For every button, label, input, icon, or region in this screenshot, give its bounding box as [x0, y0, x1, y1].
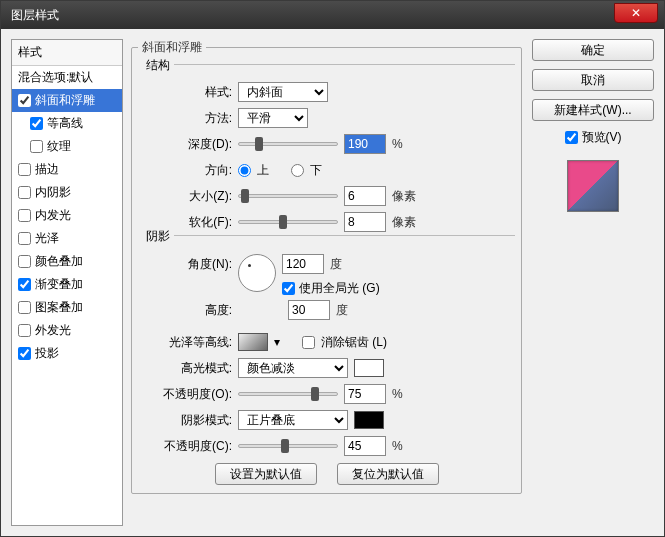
sidebar-item-checkbox[interactable]	[18, 324, 31, 337]
direction-down-radio[interactable]	[291, 164, 304, 177]
sidebar-item-checkbox[interactable]	[18, 186, 31, 199]
style-select[interactable]: 内斜面	[238, 82, 328, 102]
global-light-checkbox[interactable]	[282, 282, 295, 295]
angle-dial[interactable]	[238, 254, 276, 292]
panel-legend: 斜面和浮雕	[138, 39, 206, 56]
sidebar-item-1[interactable]: 等高线	[12, 112, 122, 135]
soften-slider[interactable]	[238, 220, 338, 224]
sidebar-item-checkbox[interactable]	[18, 94, 31, 107]
sidebar-item-7[interactable]: 颜色叠加	[12, 250, 122, 273]
make-default-button[interactable]: 设置为默认值	[215, 463, 317, 485]
soften-input[interactable]	[344, 212, 386, 232]
sidebar-item-label: 渐变叠加	[35, 276, 83, 293]
sidebar-item-label: 投影	[35, 345, 59, 362]
sidebar-item-checkbox[interactable]	[18, 255, 31, 268]
depth-label: 深度(D):	[146, 136, 232, 153]
shadow-color-swatch[interactable]	[354, 411, 384, 429]
sidebar-item-8[interactable]: 渐变叠加	[12, 273, 122, 296]
sidebar-item-4[interactable]: 内阴影	[12, 181, 122, 204]
sidebar-blend-options[interactable]: 混合选项:默认	[12, 66, 122, 89]
angle-label: 角度(N):	[146, 254, 232, 273]
preview-swatch	[567, 160, 619, 212]
cancel-button[interactable]: 取消	[532, 69, 654, 91]
sidebar-item-9[interactable]: 图案叠加	[12, 296, 122, 319]
technique-select[interactable]: 平滑	[238, 108, 308, 128]
highlight-color-swatch[interactable]	[354, 359, 384, 377]
gloss-contour-label: 光泽等高线:	[146, 334, 232, 351]
sidebar-item-checkbox[interactable]	[18, 347, 31, 360]
sidebar-item-label: 外发光	[35, 322, 71, 339]
highlight-mode-select[interactable]: 颜色减淡	[238, 358, 348, 378]
highlight-opacity-label: 不透明度(O):	[146, 386, 232, 403]
sidebar-item-label: 描边	[35, 161, 59, 178]
direction-up-radio[interactable]	[238, 164, 251, 177]
sidebar-heading: 样式	[12, 40, 122, 66]
sidebar-item-11[interactable]: 投影	[12, 342, 122, 365]
angle-input[interactable]	[282, 254, 324, 274]
sidebar-item-6[interactable]: 光泽	[12, 227, 122, 250]
sidebar-item-label: 光泽	[35, 230, 59, 247]
altitude-label: 高度:	[146, 302, 232, 319]
direction-label: 方向:	[146, 162, 232, 179]
shading-group-label: 阴影	[142, 228, 174, 245]
size-label: 大小(Z):	[146, 188, 232, 205]
sidebar-item-label: 纹理	[47, 138, 71, 155]
sidebar-item-0[interactable]: 斜面和浮雕	[12, 89, 122, 112]
titlebar[interactable]: 图层样式 ✕	[1, 1, 664, 29]
sidebar-item-10[interactable]: 外发光	[12, 319, 122, 342]
dialog-title: 图层样式	[11, 7, 614, 24]
shadow-opacity-input[interactable]	[344, 436, 386, 456]
close-button[interactable]: ✕	[614, 3, 658, 23]
reset-default-button[interactable]: 复位为默认值	[337, 463, 439, 485]
depth-slider[interactable]	[238, 142, 338, 146]
structure-group-label: 结构	[142, 57, 174, 74]
sidebar-item-checkbox[interactable]	[18, 232, 31, 245]
sidebar-item-2[interactable]: 纹理	[12, 135, 122, 158]
ok-button[interactable]: 确定	[532, 39, 654, 61]
size-slider[interactable]	[238, 194, 338, 198]
preview-checkbox[interactable]	[565, 131, 578, 144]
sidebar-item-checkbox[interactable]	[30, 117, 43, 130]
highlight-mode-label: 高光模式:	[146, 360, 232, 377]
sidebar-item-checkbox[interactable]	[18, 163, 31, 176]
highlight-opacity-input[interactable]	[344, 384, 386, 404]
sidebar-item-label: 内阴影	[35, 184, 71, 201]
shadow-opacity-slider[interactable]	[238, 444, 338, 448]
sidebar-item-label: 斜面和浮雕	[35, 92, 95, 109]
sidebar-item-checkbox[interactable]	[30, 140, 43, 153]
sidebar-item-checkbox[interactable]	[18, 301, 31, 314]
style-list: 样式 混合选项:默认 斜面和浮雕等高线纹理描边内阴影内发光光泽颜色叠加渐变叠加图…	[11, 39, 123, 526]
altitude-input[interactable]	[288, 300, 330, 320]
technique-label: 方法:	[146, 110, 232, 127]
sidebar-item-label: 内发光	[35, 207, 71, 224]
shadow-opacity-label: 不透明度(C):	[146, 438, 232, 455]
sidebar-item-label: 图案叠加	[35, 299, 83, 316]
highlight-opacity-slider[interactable]	[238, 392, 338, 396]
sidebar-item-5[interactable]: 内发光	[12, 204, 122, 227]
new-style-button[interactable]: 新建样式(W)...	[532, 99, 654, 121]
bevel-panel: 斜面和浮雕 结构 样式: 内斜面 方法: 平滑 深度(D):	[131, 39, 522, 494]
sidebar-item-checkbox[interactable]	[18, 278, 31, 291]
depth-input[interactable]	[344, 134, 386, 154]
size-input[interactable]	[344, 186, 386, 206]
shadow-mode-select[interactable]: 正片叠底	[238, 410, 348, 430]
sidebar-item-label: 颜色叠加	[35, 253, 83, 270]
gloss-contour-picker[interactable]	[238, 333, 268, 351]
shadow-mode-label: 阴影模式:	[146, 412, 232, 429]
chevron-down-icon[interactable]: ▾	[274, 335, 280, 349]
style-label: 样式:	[146, 84, 232, 101]
layer-style-dialog: 图层样式 ✕ 样式 混合选项:默认 斜面和浮雕等高线纹理描边内阴影内发光光泽颜色…	[0, 0, 665, 537]
antialias-checkbox[interactable]	[302, 336, 315, 349]
sidebar-item-3[interactable]: 描边	[12, 158, 122, 181]
sidebar-item-label: 等高线	[47, 115, 83, 132]
sidebar-item-checkbox[interactable]	[18, 209, 31, 222]
